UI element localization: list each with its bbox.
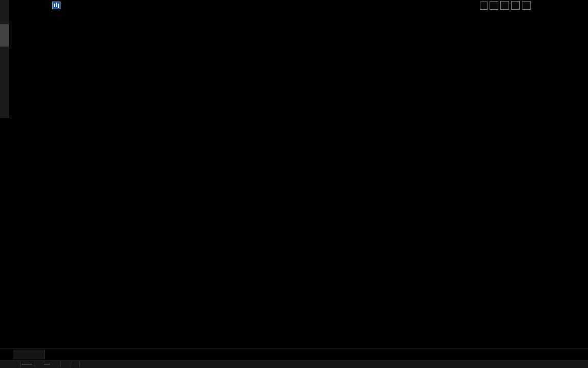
- divider: [20, 361, 21, 367]
- period-selector-button[interactable]: [13, 350, 45, 359]
- bottom-toolbar: [0, 360, 588, 368]
- app-window: [0, 0, 588, 368]
- j-button[interactable]: [44, 364, 50, 365]
- timeline-bar: [0, 349, 588, 360]
- macd-pane-title: [47, 217, 64, 224]
- sidebar-tab-kline-chart[interactable]: [0, 24, 9, 47]
- divider: [70, 361, 70, 367]
- export-chart-icon[interactable]: [511, 1, 520, 10]
- shift-right-icon[interactable]: [522, 1, 531, 10]
- sidebar-tab-time-chart[interactable]: [0, 2, 9, 23]
- kdj-pane-title: [47, 290, 64, 297]
- chart-canvas[interactable]: [0, 0, 588, 368]
- pan-move-icon[interactable]: [490, 1, 498, 10]
- kline-chart-icon[interactable]: [52, 2, 60, 9]
- sidebar-tab-flash-chart[interactable]: [0, 48, 9, 70]
- left-tab-sidebar: [0, 0, 9, 118]
- grid-chart-icon[interactable]: [500, 1, 509, 10]
- divider: [79, 361, 80, 367]
- template-button[interactable]: [22, 364, 32, 365]
- chart-header: [45, 1, 86, 10]
- sidebar-tab-contract-info[interactable]: [0, 71, 9, 100]
- divider: [34, 361, 34, 367]
- divider: [60, 361, 60, 367]
- theme-dropdown-button[interactable]: [480, 2, 488, 10]
- header-toolbar: [480, 1, 531, 10]
